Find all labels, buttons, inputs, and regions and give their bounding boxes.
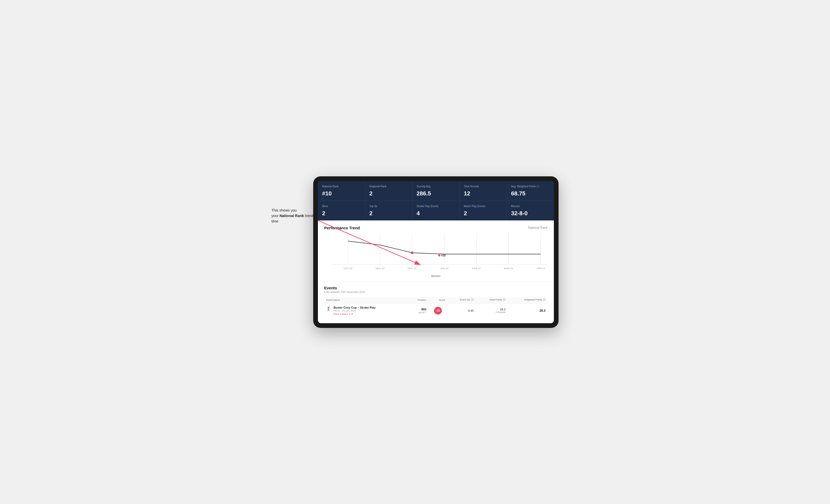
svg-text:DEC 23: DEC 23 [408, 267, 417, 270]
stat-avg-weighted-points: Avg. Weighted Points ⓘ 68.75 [507, 181, 554, 201]
col-position: Position [408, 297, 428, 303]
chart-x-label: Months [324, 274, 548, 277]
page-wrapper: This shows you your National Rank trend … [272, 176, 558, 328]
svg-text:FEB 24: FEB 24 [472, 267, 480, 270]
stats-row-1: National Rank #10 Regional Rank 2 Scorin… [318, 181, 554, 201]
svg-text:MAR 24: MAR 24 [504, 267, 513, 270]
event-total-points: 28.3 3 Rounds [476, 303, 508, 318]
tablet-screen: National Rank #10 Regional Rank 2 Scorin… [318, 181, 554, 323]
stat-scoring-avg: Scoring Avg. 286.5 [412, 181, 459, 201]
svg-text:NOV 23: NOV 23 [376, 267, 384, 270]
stat-wins: Wins 2 [318, 201, 365, 221]
event-sg: 0.45 [447, 303, 476, 318]
stat-regional-rank: Regional Rank 2 [365, 181, 412, 201]
col-event-name: Event Name [324, 297, 408, 303]
event-icon: 🏌️ [326, 306, 331, 311]
score-badge: -22 [434, 307, 442, 314]
rank-dot [438, 254, 440, 257]
col-score: Score [428, 297, 447, 303]
events-title: Events [324, 285, 548, 290]
tablet-device: National Rank #10 Regional Rank 2 Scorin… [313, 176, 558, 328]
svg-text:APR 24: APR 24 [536, 267, 545, 270]
events-header: Events Last updated: 24th November 2023 [324, 282, 548, 295]
chart-svg: OCT 23 NOV 23 DEC 23 JAN 24 FEB 24 MAR 2… [324, 233, 548, 272]
event-date: Oct 9 - Oct 10, 2023 [333, 309, 376, 312]
rank-label: #10 [438, 254, 446, 257]
events-table-header-row: Event Name Position Score Event SG ⓘ Tot… [324, 297, 548, 303]
performance-trend-section: Performance Trend National Rank [318, 221, 554, 282]
event-name: Buster Cozy Cup – Stroke Play [333, 306, 376, 309]
col-event-sg: Event SG ⓘ [447, 297, 476, 303]
events-last-updated: Last updated: 24th November 2023 [324, 291, 548, 294]
chart-title: Performance Trend [324, 226, 360, 230]
stat-stroke-play-events: Stroke Play Events 4 [412, 201, 459, 221]
col-weighted-points: Weighted Points ⓘ [508, 297, 548, 303]
col-total-points: Total Points ⓘ [476, 297, 508, 303]
event-rank-impact: Rank Impact: 3 ▼ [333, 312, 376, 315]
events-table-head: Event Name Position Score Event SG ⓘ Tot… [324, 297, 548, 303]
annotation-text: This shows you your National Rank trend … [272, 208, 324, 224]
svg-text:OCT 23: OCT 23 [344, 267, 352, 270]
event-position: 6th out of 7 [408, 303, 428, 318]
events-table-body: 🏌️ Buster Cozy Cup – Stroke Play Oct 9 -… [324, 303, 548, 318]
event-name-cell: 🏌️ Buster Cozy Cup – Stroke Play Oct 9 -… [324, 303, 408, 318]
events-table: Event Name Position Score Event SG ⓘ Tot… [324, 297, 548, 318]
stat-record: Record 32-8-0 [507, 201, 554, 221]
event-weighted-points: 28.3 [508, 303, 548, 318]
table-row[interactable]: 🏌️ Buster Cozy Cup – Stroke Play Oct 9 -… [324, 303, 548, 318]
stat-total-rounds: Total Rounds 12 [459, 181, 507, 201]
stat-national-rank: National Rank #10 [318, 181, 365, 201]
events-section: Events Last updated: 24th November 2023 … [318, 282, 554, 323]
chart-header: Performance Trend National Rank [324, 226, 548, 230]
svg-point-10 [411, 251, 414, 254]
chart-subtitle: National Rank [528, 226, 548, 230]
event-score: -22 [428, 303, 447, 318]
chart-svg-wrapper: OCT 23 NOV 23 DEC 23 JAN 24 FEB 24 MAR 2… [324, 233, 548, 273]
svg-text:JAN 24: JAN 24 [440, 267, 448, 270]
stat-match-play-events: Match Play Events 2 [459, 201, 507, 221]
stat-top3s: Top 3s 2 [365, 201, 412, 221]
stats-row-2: Wins 2 Top 3s 2 Stroke Play Events 4 Mat… [318, 201, 554, 221]
